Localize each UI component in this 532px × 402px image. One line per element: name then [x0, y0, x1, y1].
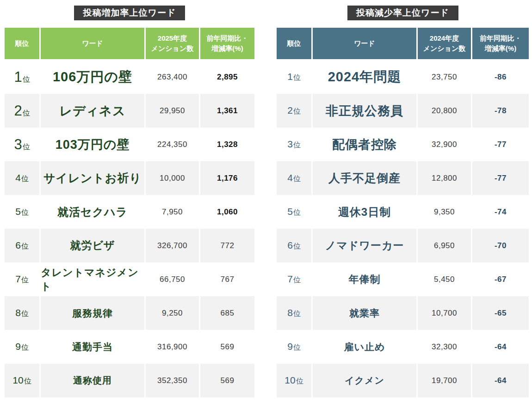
mentions-value: 12,800	[432, 174, 457, 183]
rank-cell: 4位	[277, 161, 311, 195]
mentions-value: 9,350	[434, 207, 455, 217]
word-label: サイレントお祈り	[43, 171, 142, 186]
word-label: レディネス	[59, 103, 125, 119]
rank-suffix: 位	[293, 107, 301, 116]
mentions-cell: 7,950	[146, 195, 199, 229]
mentions-value: 224,350	[157, 140, 187, 149]
rank-header-cell: 順位	[277, 28, 311, 59]
rank-cell: 1位	[5, 60, 39, 94]
rank-number: 3	[14, 136, 22, 153]
rate-value: 1,328	[217, 140, 238, 149]
mentions-value: 20,800	[432, 106, 457, 116]
word-label: タレントマネジメント	[41, 266, 144, 293]
rank-number: 5	[15, 206, 21, 217]
rank-cell: 1位	[277, 60, 311, 94]
rate-cell: -77	[472, 128, 529, 161]
mentions-cell: 19,700	[418, 364, 471, 397]
rank-suffix: 位	[21, 309, 29, 319]
mentions-value: 352,350	[157, 376, 187, 385]
table-row: 9位雇い止め32,300-64	[277, 330, 529, 364]
rate-cell: -64	[472, 364, 529, 397]
word-label: 就業率	[349, 307, 380, 320]
rank-number: 4	[287, 172, 293, 183]
rank-cell: 7位	[277, 262, 311, 296]
rate-value: 2,895	[217, 73, 238, 82]
increase-table-rows: 1位106万円の壁263,4002,8952位レディネス29,9501,3613…	[5, 60, 254, 397]
increase-table-header: 順位ワード2025年度メンション数前年同期比・増減率(%)	[5, 28, 254, 59]
word-header-cell: ワード	[41, 28, 144, 59]
word-cell: 就活セクハラ	[41, 195, 144, 229]
word-cell: 就業率	[313, 296, 416, 330]
word-header-cell: ワード	[313, 28, 416, 59]
rank-header-cell: 順位	[5, 28, 39, 59]
table-row: 2位非正規公務員20,800-78	[277, 94, 529, 128]
rate-cell: -70	[472, 229, 529, 262]
rate-cell: 569	[200, 330, 254, 364]
mentions-value: 5,450	[434, 275, 455, 284]
word-label: 就労ビザ	[70, 238, 115, 253]
rank-cell: 8位	[5, 296, 39, 330]
word-cell: イクメン	[313, 364, 416, 397]
rank-suffix: 位	[23, 142, 30, 152]
rate-value: -77	[495, 140, 507, 149]
mentions-cell: 316,900	[146, 330, 199, 364]
rate-cell: 1,361	[200, 94, 254, 128]
mentions-cell: 32,300	[418, 330, 471, 364]
mentions-value: 10,000	[160, 174, 185, 183]
table-row: 3位配偶者控除32,900-77	[277, 128, 529, 161]
rank-number: 5	[287, 206, 293, 217]
word-label: イクメン	[345, 374, 384, 387]
word-cell: 人手不足倒産	[313, 161, 416, 195]
rate-value: -86	[495, 73, 507, 82]
rank-suffix: 位	[293, 174, 301, 184]
table-row: 5位就活セクハラ7,9501,060	[5, 195, 254, 229]
word-label: 通称使用	[73, 374, 112, 387]
rate-value: 569	[221, 376, 235, 385]
word-label: 雇い止め	[344, 341, 385, 353]
rank-cell: 4位	[5, 161, 39, 195]
mentions-cell: 10,700	[418, 296, 471, 330]
word-label: 週休3日制	[338, 205, 391, 219]
rate-cell: 569	[200, 364, 254, 397]
mentions-cell: 6,950	[418, 229, 471, 262]
word-label: 年俸制	[349, 273, 381, 286]
mentions-value: 6,950	[434, 241, 455, 250]
rate-cell: 685	[200, 296, 254, 330]
increase-table-section: 投稿増加率上位ワード 順位ワード2025年度メンション数前年同期比・増減率(%)…	[5, 6, 254, 397]
rate-value: 1,176	[217, 174, 238, 183]
mentions-header-cell: 2025年度メンション数	[146, 28, 199, 59]
rank-cell: 7位	[5, 262, 39, 296]
rank-suffix: 位	[293, 275, 301, 285]
table-row: 2位レディネス29,9501,361	[5, 94, 254, 128]
word-cell: タレントマネジメント	[41, 262, 144, 296]
table-row: 1位2024年問題23,750-86	[277, 60, 529, 94]
rank-suffix: 位	[293, 73, 301, 83]
mentions-cell: 9,350	[418, 195, 471, 229]
rate-value: 685	[221, 309, 235, 318]
mentions-value: 10,700	[432, 309, 457, 318]
rate-value: -70	[495, 241, 507, 250]
word-cell: 服務規律	[41, 296, 144, 330]
word-cell: 通称使用	[41, 364, 144, 397]
rank-number: 10	[12, 375, 23, 386]
mentions-value: 29,950	[160, 106, 185, 116]
word-cell: 106万円の壁	[41, 60, 144, 94]
rate-value: -67	[495, 275, 507, 284]
mentions-value: 7,950	[162, 207, 183, 217]
rank-number: 9	[287, 341, 293, 352]
rank-cell: 3位	[277, 128, 311, 161]
table-row: 5位週休3日制9,350-74	[277, 195, 529, 229]
word-label: 服務規律	[72, 307, 113, 320]
rate-value: 1,060	[217, 207, 238, 217]
word-label: ノマドワーカー	[325, 238, 404, 253]
word-label: 106万円の壁	[53, 68, 132, 86]
rate-cell: -67	[472, 262, 529, 296]
mentions-value: 316,900	[157, 342, 187, 352]
rank-suffix: 位	[21, 242, 29, 251]
rank-cell: 6位	[277, 229, 311, 262]
rate-cell: -74	[472, 195, 529, 229]
rate-cell: 2,895	[200, 60, 254, 94]
mentions-cell: 352,350	[146, 364, 199, 397]
word-cell: 年俸制	[313, 262, 416, 296]
mentions-cell: 12,800	[418, 161, 471, 195]
